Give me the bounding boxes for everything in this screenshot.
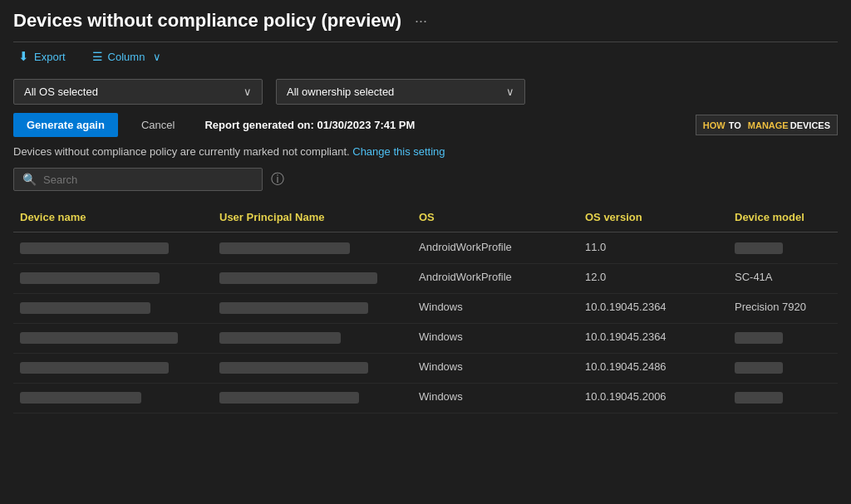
cell-device-model <box>728 236 838 262</box>
table-row[interactable]: Windows10.0.19045.2364Precision 7920 <box>13 294 838 324</box>
cell-device-model: SC-41A <box>728 266 838 291</box>
cell-os-version: 11.0 <box>578 236 728 262</box>
cell-os-version: 10.0.19045.2364 <box>578 325 728 351</box>
table-container: Device name User Principal Name OS OS ve… <box>13 203 838 504</box>
download-icon: ⬇ <box>18 49 29 64</box>
cell-os: Windows <box>412 296 578 321</box>
action-row: Generate again Cancel Report generated o… <box>13 113 838 137</box>
title-divider <box>13 42 838 42</box>
export-button[interactable]: ⬇ Export <box>13 46 71 67</box>
cell-os-version: 10.0.19045.2006 <box>578 385 728 411</box>
cell-os: Windows <box>412 355 578 381</box>
export-label: Export <box>34 51 66 63</box>
table-row[interactable]: AndroidWorkProfile12.0SC-41A <box>13 264 838 294</box>
generate-again-button[interactable]: Generate again <box>13 113 118 137</box>
os-filter-label: All OS selected <box>24 86 98 98</box>
report-generated-text: Report generated on: 01/30/2023 7:41 PM <box>204 119 415 131</box>
col-header-upn: User Principal Name <box>213 208 412 227</box>
cell-os: Windows <box>412 325 578 351</box>
os-filter-chevron-icon: ∨ <box>243 86 252 98</box>
info-icon[interactable]: ⓘ <box>271 171 284 188</box>
search-input[interactable] <box>43 174 253 186</box>
cell-device-name <box>13 296 213 321</box>
search-row: 🔍 ⓘ <box>13 168 838 191</box>
cell-device-model <box>728 325 838 351</box>
table-row[interactable]: AndroidWorkProfile11.0 <box>13 234 838 264</box>
compliance-notice: Devices without compliance policy are cu… <box>13 145 838 158</box>
col-header-device-name: Device name <box>13 208 213 227</box>
cell-os-version: 10.0.19045.2486 <box>578 355 728 381</box>
cell-device-name <box>13 236 213 262</box>
cell-os-version: 12.0 <box>578 266 728 291</box>
toolbar-row: ⬇ Export ☰ Column ∨ <box>13 46 838 67</box>
cell-upn <box>213 385 412 411</box>
compliance-notice-text: Devices without compliance policy are cu… <box>13 145 350 158</box>
table-header: Device name User Principal Name OS OS ve… <box>13 203 838 232</box>
search-box[interactable]: 🔍 <box>13 168 263 191</box>
change-setting-link[interactable]: Change this setting <box>352 145 445 158</box>
col-header-os-version: OS version <box>578 208 728 227</box>
col-header-device-model: Device model <box>728 208 838 227</box>
cell-device-model: Precision 7920 <box>728 296 838 321</box>
cell-upn <box>213 236 412 262</box>
logo-to: TO <box>729 120 741 130</box>
table-row[interactable]: Windows10.0.19045.2486 <box>13 354 838 384</box>
page-title: Devices without compliance policy (previ… <box>13 10 401 32</box>
table-body: AndroidWorkProfile11.0AndroidWorkProfile… <box>13 234 838 413</box>
ownership-filter-label: All ownership selected <box>287 86 394 98</box>
table-row[interactable]: Windows10.0.19045.2006 <box>13 384 838 413</box>
table-row[interactable]: Windows10.0.19045.2364 <box>13 324 838 354</box>
column-icon: ☰ <box>92 50 103 63</box>
cell-os-version: 10.0.19045.2364 <box>578 296 728 321</box>
logo-manage: MANAGE <box>748 120 789 130</box>
cell-device-name <box>13 385 213 411</box>
logo-devices: DEVICES <box>790 120 830 130</box>
col-header-os: OS <box>412 208 578 227</box>
column-button[interactable]: ☰ Column ∨ <box>87 46 167 66</box>
logo-box: HOW TO MANAGE DEVICES <box>696 115 838 135</box>
cell-upn <box>213 325 412 351</box>
cell-os: Windows <box>412 385 578 411</box>
page-container: Devices without compliance policy (previ… <box>0 0 851 504</box>
ownership-filter-dropdown[interactable]: All ownership selected ∨ <box>276 79 525 105</box>
cell-os: AndroidWorkProfile <box>412 266 578 291</box>
cancel-button[interactable]: Cancel <box>128 113 188 137</box>
title-row: Devices without compliance policy (previ… <box>13 10 838 32</box>
cell-os: AndroidWorkProfile <box>412 236 578 262</box>
cell-device-model <box>728 355 838 381</box>
cell-upn <box>213 355 412 381</box>
cell-device-model <box>728 385 838 411</box>
os-filter-dropdown[interactable]: All OS selected ∨ <box>13 79 263 105</box>
cell-upn <box>213 266 412 291</box>
ownership-filter-chevron-icon: ∨ <box>506 86 514 98</box>
column-label: Column <box>108 51 145 63</box>
cell-device-name <box>13 266 213 291</box>
column-chevron-icon: ∨ <box>153 51 161 63</box>
logo-how: HOW <box>703 120 726 130</box>
cell-upn <box>213 296 412 321</box>
filter-row: All OS selected ∨ All ownership selected… <box>13 79 838 105</box>
search-icon: 🔍 <box>22 173 37 186</box>
cell-device-name <box>13 325 213 351</box>
cell-device-name <box>13 355 213 381</box>
title-ellipsis-menu[interactable]: ··· <box>415 12 427 30</box>
